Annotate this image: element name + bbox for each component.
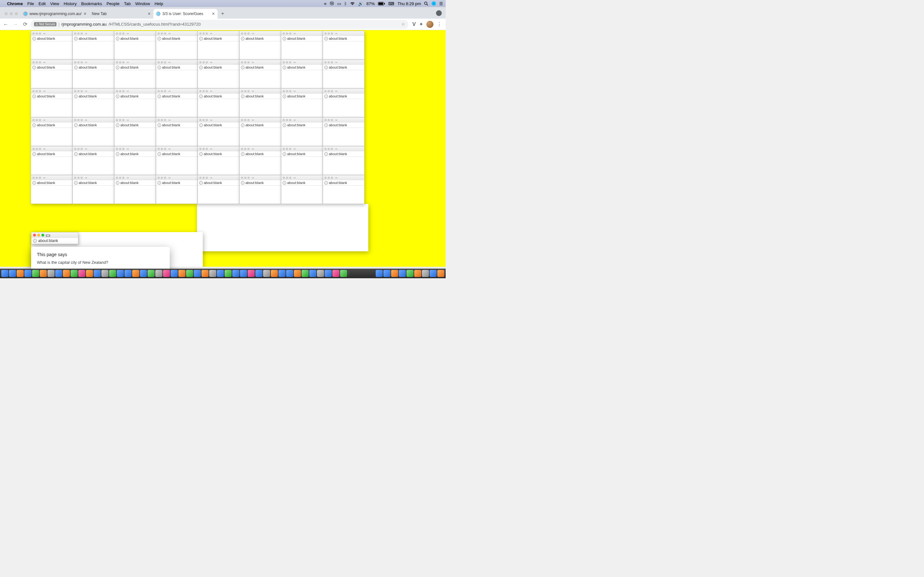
mini-browser-window[interactable]: ▭iabout:blank <box>31 31 73 60</box>
mini-browser-window[interactable]: ▭iabout:blank <box>73 146 114 175</box>
mini-browser-window[interactable]: ▭iabout:blank <box>281 31 323 60</box>
mini-browser-window[interactable]: ▭iabout:blank <box>239 117 281 146</box>
menubar-display-icon[interactable]: ▭ <box>337 1 341 6</box>
dock-app-icon[interactable] <box>32 270 39 277</box>
security-badge[interactable]: Not Secure <box>34 22 57 26</box>
site-info-icon[interactable]: i <box>283 123 286 127</box>
site-info-icon[interactable]: i <box>325 95 328 98</box>
site-info-icon[interactable]: i <box>116 181 120 185</box>
mini-browser-window[interactable]: ▭iabout:blank <box>31 146 73 175</box>
tabstrip-right-icon[interactable] <box>436 10 442 16</box>
mini-browser-window[interactable]: ▭iabout:blank <box>114 175 156 204</box>
dock-app-icon[interactable] <box>422 270 429 277</box>
mini-browser-window[interactable]: ▭iabout:blank <box>198 31 239 60</box>
battery-icon[interactable] <box>378 2 385 5</box>
site-info-icon[interactable]: i <box>199 181 203 185</box>
dock-app-icon[interactable] <box>340 270 347 277</box>
mini-browser-window[interactable]: ▭iabout:blank <box>114 117 156 146</box>
dock-app-icon[interactable] <box>117 270 124 277</box>
mini-browser-window[interactable]: ▭iabout:blank <box>156 89 198 117</box>
dock-app-icon[interactable] <box>155 270 162 277</box>
browser-tab-active[interactable]: 🌐 3/3 is User: Score/Goes ✕ <box>153 9 218 19</box>
mini-browser-window[interactable]: ▭iabout:blank <box>323 31 365 60</box>
address-bar[interactable]: Not Secure | rjmprogramming.com.au/HTMLC… <box>31 20 409 29</box>
mini-browser-window[interactable]: ▭iabout:blank <box>239 31 281 60</box>
dock-app-icon[interactable] <box>109 270 116 277</box>
site-info-icon[interactable]: i <box>32 66 36 69</box>
dock-app-icon[interactable] <box>163 270 170 277</box>
dock-app-icon[interactable] <box>271 270 278 277</box>
site-info-icon[interactable]: i <box>241 95 244 98</box>
site-info-icon[interactable]: i <box>32 181 36 185</box>
mini-browser-window[interactable]: ▭iabout:blank <box>281 60 323 89</box>
dock-app-icon[interactable] <box>17 270 24 277</box>
dock-app-icon[interactable] <box>124 270 132 277</box>
menu-help[interactable]: Help <box>155 1 163 6</box>
menu-history[interactable]: History <box>63 1 76 6</box>
site-info-icon[interactable]: i <box>158 95 161 98</box>
site-info-icon[interactable]: i <box>241 123 244 127</box>
wifi-icon[interactable] <box>350 2 355 5</box>
site-info-icon[interactable]: i <box>158 123 161 127</box>
mini-browser-window[interactable]: ▭iabout:blank <box>323 117 365 146</box>
site-info-icon[interactable]: i <box>283 66 286 69</box>
extensions-puzzle-icon[interactable]: ✦ <box>419 21 423 27</box>
tab-close-icon[interactable]: ✕ <box>212 11 215 16</box>
site-info-icon[interactable]: i <box>199 37 203 40</box>
dock-app-icon[interactable] <box>194 270 201 277</box>
dock-app-icon[interactable] <box>63 270 70 277</box>
mini-browser-window[interactable]: ▭iabout:blank <box>239 60 281 89</box>
profile-avatar[interactable] <box>426 21 433 28</box>
menubar-app-name[interactable]: Chrome <box>7 1 23 6</box>
site-info-icon[interactable]: i <box>325 181 328 185</box>
dock-app-icon[interactable] <box>9 270 16 277</box>
mini-browser-window[interactable]: ▭iabout:blank <box>73 31 114 60</box>
site-info-icon[interactable]: i <box>33 239 37 243</box>
site-info-icon[interactable]: i <box>32 152 36 156</box>
menu-view[interactable]: View <box>50 1 59 6</box>
site-info-icon[interactable]: i <box>74 123 78 127</box>
mini-browser-window[interactable]: ▭iabout:blank <box>31 117 73 146</box>
site-info-icon[interactable]: i <box>283 95 286 98</box>
bookmark-star-icon[interactable]: ☆ <box>401 22 405 27</box>
menubar-status-icon[interactable]: ⎆ <box>324 1 326 6</box>
volume-icon[interactable]: 🔊 <box>358 1 363 6</box>
dock-app-icon[interactable] <box>102 270 108 277</box>
dock-trash-icon[interactable] <box>437 270 444 277</box>
mini-browser-window[interactable]: ▭iabout:blank <box>156 175 198 204</box>
dock-app-icon[interactable] <box>186 270 193 277</box>
dock-app-icon[interactable] <box>383 270 391 277</box>
site-info-icon[interactable]: i <box>32 37 36 40</box>
mini-browser-window[interactable]: ▭iabout:blank <box>114 31 156 60</box>
site-info-icon[interactable]: i <box>74 66 78 69</box>
mini-browser-window[interactable]: ▭iabout:blank <box>198 117 239 146</box>
dock-app-icon[interactable] <box>376 270 383 277</box>
site-info-icon[interactable]: i <box>199 66 203 69</box>
dock-app-icon[interactable] <box>78 270 86 277</box>
dock-app-icon[interactable] <box>240 270 247 277</box>
dock-app-icon[interactable] <box>309 270 317 277</box>
site-info-icon[interactable]: i <box>116 95 120 98</box>
site-info-icon[interactable]: i <box>158 66 161 69</box>
siri-icon[interactable] <box>431 1 436 6</box>
mini-browser-window[interactable]: ▭iabout:blank <box>281 89 323 117</box>
site-info-icon[interactable]: i <box>199 95 203 98</box>
dock-app-icon[interactable] <box>40 270 47 277</box>
dock-app-icon[interactable] <box>399 270 406 277</box>
site-info-icon[interactable]: i <box>74 181 78 185</box>
dock-app-icon[interactable] <box>317 270 324 277</box>
dock-app-icon[interactable] <box>217 270 224 277</box>
browser-tab[interactable]: New Tab ✕ <box>89 9 153 19</box>
close-traffic-icon[interactable] <box>33 234 36 237</box>
menu-bookmarks[interactable]: Bookmarks <box>81 1 102 6</box>
mini-browser-window[interactable]: ▭iabout:blank <box>31 89 73 117</box>
site-info-icon[interactable]: i <box>325 123 328 127</box>
browser-tab[interactable]: 🌐 www.rjmprogramming.com.au/ ✕ <box>21 9 89 19</box>
tab-close-icon[interactable]: ✕ <box>83 11 87 16</box>
dock-app-icon[interactable] <box>248 270 255 277</box>
mini-browser-window[interactable]: ▭iabout:blank <box>156 60 198 89</box>
menu-edit[interactable]: Edit <box>39 1 45 6</box>
dock-app-icon[interactable] <box>209 270 216 277</box>
mini-browser-window[interactable]: ▭iabout:blank <box>323 89 365 117</box>
menubar-malware-icon[interactable]: Ⓜ <box>330 1 334 6</box>
